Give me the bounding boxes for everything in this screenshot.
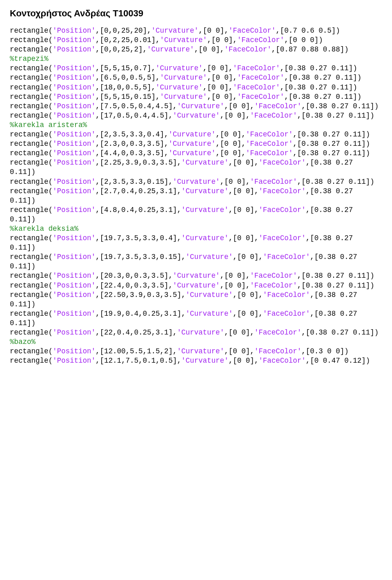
code-text: ,[0 0],: [224, 347, 254, 355]
code-text: ,[0 0],: [220, 178, 250, 186]
code-string: 'Curvature': [169, 140, 216, 148]
code-text: rectangle(: [10, 149, 53, 157]
code-string: 'Curvature': [186, 253, 233, 261]
code-text: ,[2,3.5,3.3,0.4],: [96, 130, 169, 138]
code-text: ,[17,0.5,0.4,4.5],: [96, 112, 173, 120]
code-string: 'FaceColor': [254, 102, 302, 110]
code-line: rectangle('Position',[19.7,3.5,3.3,0.15]…: [10, 252, 382, 271]
code-text: ,[22.4,0,0.3,3.5],: [96, 281, 173, 290]
code-string: 'Position': [53, 253, 96, 261]
code-string: 'FaceColor': [233, 64, 280, 72]
code-text: rectangle(: [10, 357, 53, 365]
code-string: 'Curvature': [160, 93, 207, 101]
code-string: 'FaceColor': [250, 272, 297, 280]
code-text: ,[4.8,0.4,0.25,3.1],: [96, 206, 181, 214]
code-text: ,[0.7 0.6 0.5]): [276, 27, 340, 35]
code-text: ,[0.38 0.27 0.11]): [284, 93, 361, 101]
code-string: 'Curvature': [160, 74, 207, 82]
code-string: 'Curvature': [181, 234, 229, 242]
code-text: ,[0.38 0.27 0.11]): [293, 130, 370, 138]
code-text: ,[19.7,3.5,3.3,0.4],: [96, 234, 181, 242]
code-text: ,[22,0.4,0.25,3.1],: [96, 328, 177, 337]
code-string: 'Position': [53, 281, 96, 290]
code-text: ,[2,3.5,3.3,0.15],: [96, 178, 173, 186]
code-string: 'Curvature': [169, 130, 216, 138]
code-comment: %karekla deksia%: [10, 225, 78, 233]
code-string: 'Position': [53, 74, 96, 82]
code-string: 'Position': [53, 234, 96, 242]
code-text: ,[0 0],: [207, 93, 237, 101]
code-comment: %trapezi%: [10, 55, 49, 63]
code-string: 'FaceColor': [246, 140, 293, 148]
code-text: ,[2.7,0.4,0.25,3.1],: [96, 187, 181, 195]
code-text: ,[5,5,15,0.15],: [96, 93, 160, 101]
code-string: 'Curvature': [186, 310, 233, 318]
code-string: 'Curvature': [177, 102, 225, 110]
code-text: ,[0 0],: [203, 64, 233, 72]
code-text: rectangle(: [10, 291, 53, 299]
code-text: ,[19.7,3.5,3.3,0.15],: [96, 253, 186, 261]
code-string: 'Position': [53, 112, 96, 120]
code-text: ,[0,2,25,0.01],: [96, 36, 160, 44]
code-text: ,[0.38 0.27 0.11]): [297, 178, 374, 186]
code-string: 'FaceColor': [224, 45, 272, 54]
code-text: ,[0 0],: [233, 291, 263, 299]
code-text: ,[12.00,5.5,1.5,2],: [96, 347, 177, 355]
code-string: 'FaceColor': [250, 112, 297, 120]
code-line: rectangle('Position',[12.00,5.5,1.5,2],'…: [10, 347, 382, 356]
code-string: 'Curvature': [177, 347, 225, 355]
code-string: 'FaceColor': [263, 310, 310, 318]
code-text: rectangle(: [10, 234, 53, 242]
code-text: ,[0 0],: [233, 310, 263, 318]
code-string: 'Position': [53, 64, 96, 72]
code-text: rectangle(: [10, 93, 53, 101]
code-string: 'FaceColor': [263, 291, 310, 299]
code-string: 'Position': [53, 178, 96, 186]
code-text: ,[2.25,3.9,0.3,3.5],: [96, 158, 181, 167]
code-text: ,[0.87 0.88 0.88]): [272, 45, 349, 54]
code-text: ,[4.4,0,0.3,3.5],: [96, 149, 169, 157]
code-string: 'FaceColor': [237, 93, 285, 101]
code-text: ,[6.5,0,0.5,5],: [96, 74, 160, 82]
code-line: rectangle('Position',[18,0,0.5,5],'Curva…: [10, 83, 382, 92]
code-string: 'FaceColor': [237, 74, 285, 82]
code-text: ,[0 0],: [216, 149, 246, 157]
code-text: ,[0 0],: [224, 328, 254, 337]
code-string: 'Curvature': [181, 206, 229, 214]
code-line: %karekla deksia%: [10, 224, 382, 234]
code-text: ,[0 0],: [229, 187, 259, 195]
code-line: rectangle('Position',[20.3,0,0.3,3.5],'C…: [10, 271, 382, 281]
code-string: 'FaceColor': [250, 281, 297, 290]
code-text: rectangle(: [10, 178, 53, 186]
code-text: rectangle(: [10, 310, 53, 318]
code-string: 'Position': [53, 187, 96, 195]
code-line: rectangle('Position',[5,5,15,0.15],'Curv…: [10, 92, 382, 102]
code-text: rectangle(: [10, 140, 53, 148]
code-line: rectangle('Position',[6.5,0,0.5,5],'Curv…: [10, 73, 382, 83]
code-string: 'FaceColor': [258, 357, 306, 365]
code-text: ,[0.38 0.27 0.11]): [297, 281, 374, 290]
code-string: 'Position': [53, 36, 96, 44]
code-string: 'Curvature': [160, 36, 207, 44]
code-line: rectangle('Position',[2.7,0.4,0.25,3.1],…: [10, 187, 382, 205]
code-string: 'Curvature': [181, 158, 229, 167]
code-text: ,[5,5,15,0.7],: [96, 64, 156, 72]
code-string: 'Curvature': [173, 112, 220, 120]
code-text: ,[0.38 0.27 0.11]): [280, 83, 357, 91]
code-line: rectangle('Position',[12.1,7.5,0.1,0.5],…: [10, 356, 382, 366]
code-text: ,[0.38 0.27 0.11]): [280, 64, 357, 72]
code-text: ,[0.38 0.27 0.11]): [297, 112, 374, 120]
code-text: ,[7.5,0.5,0.4,4.5],: [96, 102, 177, 110]
code-text: ,[19.9,0.4,0.25,3.1],: [96, 310, 186, 318]
code-string: 'Position': [53, 206, 96, 214]
code-text: ,[0 0],: [220, 272, 250, 280]
code-text: ,[0 0],: [229, 234, 259, 242]
code-text: rectangle(: [10, 102, 53, 110]
code-text: ,[0.38 0.27 0.11]): [293, 149, 370, 157]
code-text: rectangle(: [10, 187, 53, 195]
code-text: ,[0 0.47 0.12]): [306, 357, 370, 365]
code-string: 'Position': [53, 140, 96, 148]
code-line: rectangle('Position',[2,3.5,3.3,0.4],'Cu…: [10, 130, 382, 139]
code-line: %trapezi%: [10, 54, 382, 64]
code-string: 'FaceColor': [258, 206, 306, 214]
